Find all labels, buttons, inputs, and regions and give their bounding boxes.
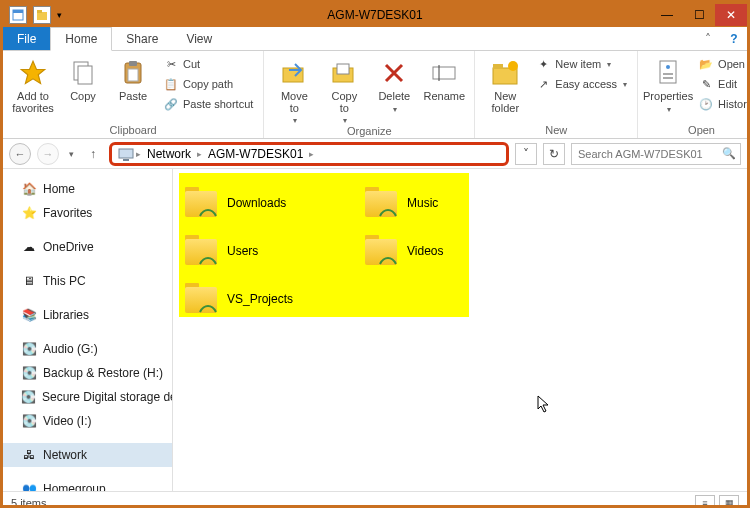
svg-marker-4: [21, 61, 44, 83]
breadcrumb-bar[interactable]: ▸ Network ▸ AGM-W7DESK01 ▸: [109, 142, 509, 166]
breadcrumb-host[interactable]: AGM-W7DESK01: [204, 147, 307, 161]
sidebar-item-home[interactable]: 🏠Home: [3, 177, 172, 201]
folder-users[interactable]: Users: [183, 227, 323, 275]
details-view-button[interactable]: ≡: [695, 495, 715, 509]
svg-rect-16: [493, 64, 503, 69]
svg-rect-20: [663, 73, 673, 75]
rename-label: Rename: [424, 91, 466, 103]
star-icon: [17, 57, 49, 89]
folder-vsprojects[interactable]: VS_Projects: [183, 275, 323, 323]
minimize-button[interactable]: —: [651, 4, 683, 26]
tab-share[interactable]: Share: [112, 27, 172, 50]
tab-home[interactable]: Home: [50, 27, 112, 51]
folder-downloads[interactable]: Downloads: [183, 179, 323, 227]
copy-path-button[interactable]: 📋Copy path: [161, 75, 255, 93]
move-to-button[interactable]: Move to: [272, 55, 316, 125]
delete-label: Delete: [378, 91, 410, 103]
search-box[interactable]: 🔍: [571, 143, 741, 165]
folder-grid: Downloads Music Users Videos VS_Projects: [183, 179, 483, 323]
add-to-favorites-label: Add to favorites: [12, 91, 54, 114]
ribbon-tabs: File Home Share View ˄ ?: [3, 27, 747, 51]
rename-button[interactable]: Rename: [422, 55, 466, 103]
sidebar-item-favorites[interactable]: ⭐Favorites: [3, 201, 172, 225]
address-dropdown-button[interactable]: ˅: [515, 143, 537, 165]
properties-button[interactable]: Properties: [646, 55, 690, 114]
open-button[interactable]: 📂Open: [696, 55, 750, 73]
sidebar-item-homegroup[interactable]: 👥Homegroup: [3, 477, 172, 491]
paste-shortcut-button[interactable]: 🔗Paste shortcut: [161, 95, 255, 113]
svg-point-17: [508, 61, 518, 71]
help-button[interactable]: ?: [721, 27, 747, 50]
icons-view-button[interactable]: ▦: [719, 495, 739, 509]
back-button[interactable]: ←: [9, 143, 31, 165]
sidebar-label: Libraries: [43, 308, 89, 322]
copy-button[interactable]: Copy: [61, 55, 105, 103]
sidebar-item-sdcard[interactable]: 💽Secure Digital storage devi: [3, 385, 172, 409]
shortcut-icon: 🔗: [163, 96, 179, 112]
paste-icon: [117, 57, 149, 89]
chevron-right-icon[interactable]: ▸: [136, 149, 141, 159]
easy-access-button[interactable]: ↗Easy access: [533, 75, 629, 93]
edit-button[interactable]: ✎Edit: [696, 75, 750, 93]
paste-button[interactable]: Paste: [111, 55, 155, 103]
sidebar-item-audio[interactable]: 💽Audio (G:): [3, 337, 172, 361]
refresh-button[interactable]: ↻: [543, 143, 565, 165]
cut-button[interactable]: ✂Cut: [161, 55, 255, 73]
ribbon: Add to favorites Copy Paste ✂Cut 📋Copy p…: [3, 51, 747, 139]
copy-to-label: Copy to: [331, 91, 357, 114]
cut-label: Cut: [183, 58, 200, 70]
search-icon[interactable]: 🔍: [722, 147, 736, 160]
new-folder-button[interactable]: New folder: [483, 55, 527, 114]
qat-properties-icon[interactable]: [9, 6, 27, 24]
properties-icon: [652, 57, 684, 89]
maximize-button[interactable]: ☐: [683, 4, 715, 26]
up-button[interactable]: ↑: [83, 144, 103, 164]
search-input[interactable]: [576, 147, 736, 161]
delete-icon: [378, 57, 410, 89]
tab-view[interactable]: View: [172, 27, 226, 50]
content-pane[interactable]: Downloads Music Users Videos VS_Projects: [173, 169, 747, 491]
chevron-right-icon[interactable]: ▸: [197, 149, 202, 159]
history-button[interactable]: 🕑History: [696, 95, 750, 113]
navigation-bar: ← → ▾ ↑ ▸ Network ▸ AGM-W7DESK01 ▸ ˅ ↻ 🔍: [3, 139, 747, 169]
sidebar-item-video[interactable]: 💽Video (I:): [3, 409, 172, 433]
svg-rect-12: [337, 64, 349, 74]
status-bar: 5 items ≡ ▦: [3, 491, 747, 508]
svg-rect-21: [663, 77, 673, 79]
add-to-favorites-button[interactable]: Add to favorites: [11, 55, 55, 114]
nav-history-dropdown[interactable]: ▾: [65, 149, 77, 159]
svg-rect-9: [128, 69, 138, 81]
easy-access-icon: ↗: [535, 76, 551, 92]
sidebar-item-onedrive[interactable]: ☁OneDrive: [3, 235, 172, 259]
ribbon-group-open: Properties 📂Open ✎Edit 🕑History Open: [638, 51, 750, 138]
forward-button[interactable]: →: [37, 143, 59, 165]
qat-new-folder-icon[interactable]: [33, 6, 51, 24]
sidebar-item-network[interactable]: 🖧Network: [3, 443, 172, 467]
chevron-right-icon[interactable]: ▸: [309, 149, 314, 159]
sidebar-label: Video (I:): [43, 414, 91, 428]
new-folder-label: New folder: [492, 91, 520, 114]
edit-label: Edit: [718, 78, 737, 90]
minimize-ribbon-button[interactable]: ˄: [695, 27, 721, 50]
svg-rect-23: [123, 159, 129, 161]
explorer-body: 🏠Home ⭐Favorites ☁OneDrive 🖥This PC 📚Lib…: [3, 169, 747, 491]
qat-dropdown-icon[interactable]: ▾: [57, 10, 62, 20]
drive-icon: 💽: [21, 365, 37, 381]
sidebar-item-thispc[interactable]: 🖥This PC: [3, 269, 172, 293]
folder-music[interactable]: Music: [363, 179, 483, 227]
group-label-organize: Organize: [272, 125, 466, 137]
tab-file[interactable]: File: [3, 27, 50, 50]
breadcrumb-network[interactable]: Network: [143, 147, 195, 161]
mouse-cursor-icon: [537, 395, 551, 413]
svg-rect-3: [37, 10, 42, 13]
sidebar-item-backup[interactable]: 💽Backup & Restore (H:): [3, 361, 172, 385]
copy-to-button[interactable]: Copy to: [322, 55, 366, 125]
new-item-button[interactable]: ✦New item: [533, 55, 629, 73]
sidebar-item-libraries[interactable]: 📚Libraries: [3, 303, 172, 327]
svg-rect-1: [13, 10, 23, 13]
folder-videos[interactable]: Videos: [363, 227, 483, 275]
move-to-label: Move to: [281, 91, 308, 114]
delete-button[interactable]: Delete: [372, 55, 416, 114]
close-button[interactable]: ✕: [715, 4, 747, 26]
navigation-pane[interactable]: 🏠Home ⭐Favorites ☁OneDrive 🖥This PC 📚Lib…: [3, 169, 173, 491]
